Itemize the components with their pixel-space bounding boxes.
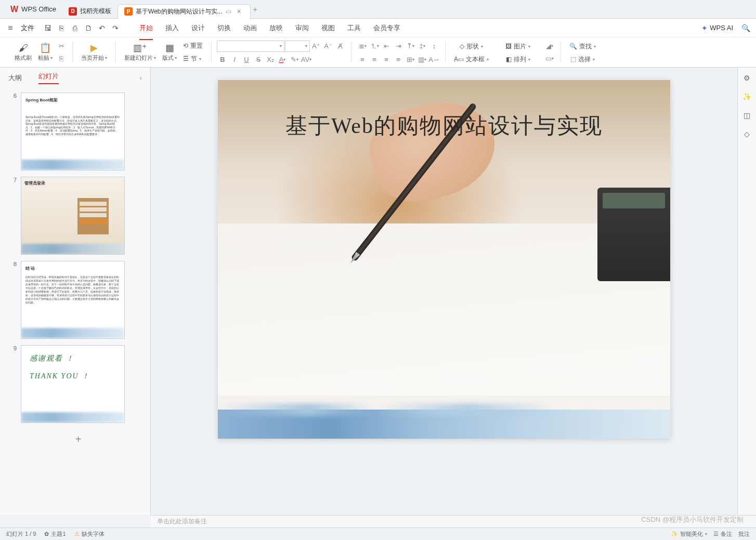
menu-tab-show[interactable]: 放映 [269,20,283,36]
layout-button[interactable]: ▦ 版式▾ [159,42,180,63]
line-spacing-icon[interactable]: ‡▾ [416,41,428,52]
search-icon[interactable]: 🔍 [739,22,752,34]
slide-counter[interactable]: 幻灯片 1 / 9 [6,530,36,538]
text-dir-icon[interactable]: ↕ [428,41,440,52]
file-menu[interactable]: 文件 [21,23,34,33]
thumbnail-6[interactable]: 6 Spring Boot框架 Spring Boot是Pivotal团队的一个… [10,93,146,170]
theme-indicator[interactable]: ✿主题1 [44,530,66,538]
save-icon[interactable]: 🖫 [42,22,54,34]
align-left-icon[interactable]: ≡ [357,54,368,65]
rail-style-icon[interactable]: ✨ [741,90,753,103]
play-icon: ▶ [90,43,98,53]
shape-button[interactable]: ◇形状▾ [457,41,486,52]
menu-tab-view[interactable]: 视图 [321,20,335,36]
textbox-button[interactable]: A▭文本框▾ [451,54,492,65]
brush-icon: 🖌 [19,43,28,53]
thumbnail-8[interactable]: 8 结 论 此时项目已经完成，即使实施的时间不是很长，但是这个过程中需要准备很长… [10,261,146,339]
outline-icon[interactable]: ▭▾ [544,53,555,64]
menu-tab-review[interactable]: 审阅 [295,20,309,36]
increase-font-icon[interactable]: A⁺ [310,41,322,52]
strikethrough-icon[interactable]: S̶ [253,54,264,65]
font-family-select[interactable]: ▾ [217,41,284,52]
outline-tab[interactable]: 大纲 [8,73,22,83]
distribute-icon[interactable]: ⊞▾ [405,54,416,65]
comments-toggle[interactable]: 批注 [738,530,750,538]
paste-button[interactable]: 📋 粘贴▾ [35,42,56,63]
underline-icon[interactable]: U [241,54,252,65]
warning-icon: ⚠ [74,531,80,537]
font-size-select[interactable]: ▾ [285,41,310,52]
find-button[interactable]: 🔍查找▾ [566,41,599,52]
thumbnails-list[interactable]: 6 Spring Boot框架 Spring Boot是Pivotal团队的一个… [0,88,150,515]
menu-tab-start[interactable]: 开始 [139,20,153,36]
new-slide-button[interactable]: ▥⁺ 新建幻灯片▾ [121,42,159,63]
reset-icon: ⟲ [183,42,188,49]
columns-icon[interactable]: ▥▾ [416,54,428,65]
present-icon[interactable]: ▭ [226,8,231,15]
picture-button[interactable]: 🖼图片▾ [502,41,533,52]
menu-tabs: 开始 插入 设计 切换 动画 放映 审阅 视图 工具 会员专享 [139,20,400,36]
menu-tab-member[interactable]: 会员专享 [373,20,400,36]
redo-icon[interactable]: ↷ [109,22,122,34]
section-button[interactable]: ☰节▾ [180,53,206,65]
add-slide-button[interactable]: + [10,429,146,450]
tab-document[interactable]: P 基于Web的购物网站设计与实... ▭ × [118,4,250,19]
rail-settings-icon[interactable]: ⚙ [741,72,753,84]
notes-toggle[interactable]: ☰备注 [713,530,732,538]
align-top-icon[interactable]: ⤒▾ [405,41,416,52]
align-justify-icon[interactable]: ≡ [393,54,404,65]
beautify-button[interactable]: ✨智能美化▾ [671,530,707,538]
tab-close-button[interactable]: × [234,7,244,16]
menu-tab-insert[interactable]: 插入 [165,20,179,36]
cut-icon[interactable]: ✂ [56,41,67,52]
missing-font-warning[interactable]: ⚠缺失字体 [74,530,105,538]
play-current-button[interactable]: ▶ 当页开始▾ [78,42,110,63]
rail-object-icon[interactable]: ◇ [741,128,753,140]
align-right-icon[interactable]: ≡ [381,54,392,65]
highlight-icon[interactable]: ✎▾ [289,54,300,65]
select-button[interactable]: ⬚选择▾ [567,54,598,65]
font-color-icon[interactable]: A▾ [277,54,288,65]
menu-tab-design[interactable]: 设计 [191,20,205,36]
indent-increase-icon[interactable]: ⇥ [393,41,404,52]
collapse-panel-icon[interactable]: ‹ [140,74,142,82]
print-preview-icon[interactable]: 🗋 [82,22,95,34]
thumbnail-7[interactable]: 7 管理员登录 [10,177,146,255]
menu-tab-animation[interactable]: 动画 [243,20,257,36]
slide-watercolor-footer [218,410,670,439]
tab-add-button[interactable]: + [251,5,260,14]
undo-icon[interactable]: ↶ [96,22,108,34]
export-icon[interactable]: ⎘ [55,22,68,34]
fill-icon[interactable]: ◢▾ [544,41,555,52]
tab-templates[interactable]: D 找稻壳模板 [62,4,118,19]
hamburger-icon[interactable]: ≡ [4,22,17,34]
align-center-icon[interactable]: ≡ [369,54,380,65]
numbering-icon[interactable]: ⒈▾ [369,41,380,52]
arrange-button[interactable]: ◧排列▾ [503,54,533,65]
slides-tab[interactable]: 幻灯片 [38,72,59,84]
print-icon[interactable]: ⎙ [69,22,81,34]
menu-tab-tools[interactable]: 工具 [347,20,361,36]
subscript-icon[interactable]: X₂ [265,54,276,65]
menu-tab-transition[interactable]: 切换 [217,20,231,36]
bold-icon[interactable]: B [217,54,228,65]
wps-logo-icon: W [10,5,18,14]
thumbnail-9[interactable]: 9 感谢观看 ！ THANK YOU ！ [10,345,146,423]
copy-icon[interactable]: ⎘ [56,53,67,64]
reset-button[interactable]: ⟲重置 [180,40,206,52]
app-name: W WPS Office [4,5,62,14]
canvas-area[interactable]: 基于Web的购物网站设计与实现 [151,68,737,515]
indent-decrease-icon[interactable]: ⇤ [381,41,392,52]
rail-layout-icon[interactable]: ◫ [741,109,753,122]
text-scale-icon[interactable]: A↔ [428,54,440,65]
italic-icon[interactable]: I [229,54,240,65]
clear-format-icon[interactable]: A̸ [334,41,346,52]
bullets-icon[interactable]: ≣▾ [357,41,368,52]
main-slide[interactable]: 基于Web的购物网站设计与实现 [218,80,670,439]
statusbar: 幻灯片 1 / 9 ✿主题1 ⚠缺失字体 ✨智能美化▾ ☰备注 批注 [0,528,756,540]
format-painter-button[interactable]: 🖌 格式刷 [11,42,35,63]
slide-title-text[interactable]: 基于Web的购物网站设计与实现 [218,111,670,140]
decrease-font-icon[interactable]: A⁻ [322,41,334,52]
character-spacing-icon[interactable]: AV▾ [301,54,312,65]
wps-ai-button[interactable]: ✦ WPS AI [701,24,733,32]
